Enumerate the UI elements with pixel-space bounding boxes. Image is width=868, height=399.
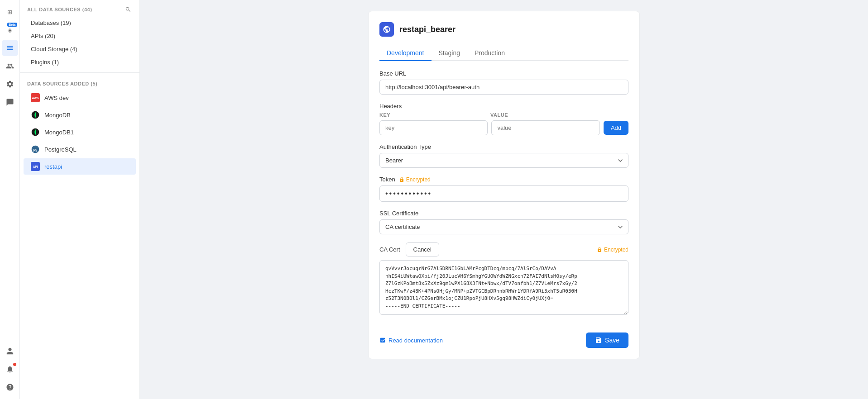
sidebar-divider [20,72,139,73]
sidebar-item-label: MongoDB [44,112,71,119]
content-area: restapi_bearer Development Staging Produ… [140,0,868,399]
sidebar-category-cloud[interactable]: Cloud Storage (4) [24,43,136,55]
token-label: Token [379,176,395,183]
grid-icon[interactable]: ⊞ [2,4,18,20]
ca-cert-encrypted-badge: Encrypted [597,247,628,253]
ssl-cert-label: SSL Certificate [379,210,628,217]
aws-icon: AWS [31,93,40,102]
settings-icon[interactable] [2,76,18,92]
sidebar-category-plugins[interactable]: Plugins (1) [24,56,136,68]
auth-type-select[interactable]: Bearer Basic OAuth 2.0 API Key None [379,153,628,168]
tab-production[interactable]: Production [467,46,512,61]
sidebar-item-mongodb[interactable]: MongoDB [24,107,136,123]
header-key-input[interactable] [379,120,488,135]
bell-icon[interactable] [2,361,18,377]
token-input[interactable] [379,185,628,202]
sidebar-item-aws-dev[interactable]: AWS AWS dev [24,90,136,106]
svg-text:API: API [33,165,38,168]
ssl-cert-select[interactable]: CA certificate None Self-signed [379,219,628,234]
base-url-group: Base URL [379,70,628,95]
all-datasources-header: ALL DATA SOURCES (44) [20,0,139,16]
tabs-container: Development Staging Production [379,46,628,61]
token-encrypted-badge: Encrypted [399,176,431,183]
sidebar-item-postgresql[interactable]: pg PostgreSQL [24,141,136,157]
chat-icon[interactable] [2,94,18,110]
postgresql-icon: pg [31,145,40,154]
profile-icon[interactable] [2,343,18,359]
main-content: restapi_bearer Development Staging Produ… [140,0,868,399]
headers-cols: KEY VALUE [379,112,628,118]
svg-text:pg: pg [33,147,38,152]
mongodb1-icon [31,128,40,137]
api-icon[interactable]: ◈ Beta [2,22,18,38]
datasource-icon[interactable] [2,40,18,56]
headers-label: Headers [379,103,628,109]
base-url-label: Base URL [379,70,628,77]
headers-section: Headers KEY VALUE Add [379,103,628,135]
ca-cert-label: CA Cert [379,246,400,253]
headers-row: Add [379,120,628,135]
sidebar-item-restapi[interactable]: API restapi [24,158,136,175]
save-button[interactable]: Save [586,332,628,348]
svg-text:AWS: AWS [32,96,39,100]
ca-cert-header-row: CA Cert Cancel Encrypted [379,242,628,256]
sidebar-item-label: MongoDB1 [44,129,74,136]
tab-staging[interactable]: Staging [432,46,467,61]
sidebar-category-apis[interactable]: APIs (20) [24,30,136,42]
value-col-label: VALUE [490,112,598,118]
mongodb-icon [31,110,40,119]
ca-cert-group: CA Cert Cancel Encrypted qvVvvrJocuqrNrG… [379,242,628,316]
users-icon[interactable] [2,58,18,74]
sidebar-category-databases[interactable]: Databases (19) [24,17,136,29]
sidebar-search-button[interactable] [124,5,132,14]
header-value-input[interactable] [491,120,599,135]
sidebar-item-mongodb1[interactable]: MongoDB1 [24,124,136,140]
token-group: Token Encrypted [379,176,628,202]
sidebar-item-label: AWS dev [44,95,69,101]
sidebar: ALL DATA SOURCES (44) Databases (19) API… [20,0,140,399]
ca-cert-textarea[interactable]: qvVvvrJocuqrNrG7AlSDRNE1GbLAMrPcgDTDcq/m… [379,260,628,315]
icon-bar: ⊞ ◈ Beta [0,0,20,399]
restapi-icon: API [31,162,40,171]
datasource-card: restapi_bearer Development Staging Produ… [368,11,640,359]
added-datasources-header: DATA SOURCES ADDED (5) [20,76,139,89]
base-url-input[interactable] [379,80,628,95]
sidebar-item-label: PostgreSQL [44,146,77,153]
sidebar-item-label: restapi [44,163,62,170]
ca-cert-cancel-button[interactable]: Cancel [406,242,439,256]
card-header: restapi_bearer [379,22,628,37]
auth-type-label: Authentication Type [379,143,628,150]
auth-type-group: Authentication Type Bearer Basic OAuth 2… [379,143,628,168]
key-col-label: KEY [379,112,487,118]
card-title: restapi_bearer [399,25,456,34]
ssl-cert-group: SSL Certificate CA certificate None Self… [379,210,628,234]
tab-development[interactable]: Development [379,46,432,61]
add-header-button[interactable]: Add [604,121,628,135]
token-label-row: Token Encrypted [379,176,628,183]
card-footer: Read documentation Save [379,325,628,348]
read-docs-link[interactable]: Read documentation [379,337,443,344]
help-icon[interactable] [2,379,18,395]
card-icon [379,22,394,37]
